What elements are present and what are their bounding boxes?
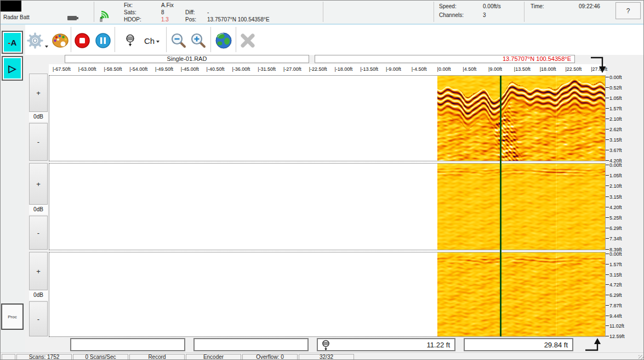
ruler-tick: |18.00ft xyxy=(540,66,556,72)
toolbar-divider xyxy=(236,27,236,52)
ruler-tick: |-45.00ft xyxy=(181,66,199,72)
ruler-tick: |0.00ft xyxy=(437,66,451,72)
channel-3-depth-tick: 4.72ft xyxy=(606,282,622,288)
hdop-value: 1.3 xyxy=(161,16,169,22)
channel-3-depth-tick: 9.44ft xyxy=(606,313,622,319)
globe-button[interactable] xyxy=(214,31,233,52)
distance-ruler: |-67.50ft|-63.00ft|-58.50ft|-54.00ft|-49… xyxy=(49,66,606,75)
gpr-radar-app-window: Radar Batt Fix: A.Fix Sats: 8 HDOP: 1.3 … xyxy=(0,0,644,360)
settings-gear-button[interactable] xyxy=(25,31,49,52)
channel-select-button[interactable]: Ch xyxy=(140,31,164,50)
channel-2-depth-tick: 3.15ft xyxy=(606,194,622,200)
time-value: 09:22:46 xyxy=(579,3,600,9)
pos-value: 13.75707°N 100.54358°E xyxy=(207,16,270,22)
zoom-out-icon xyxy=(170,32,187,49)
antenna-marker-icon xyxy=(321,340,330,351)
ruler-tick: |13.50ft xyxy=(514,66,531,72)
channel-1-gain-plus-button[interactable]: + xyxy=(29,74,48,112)
ruler-tick: |-40.50ft xyxy=(207,66,225,72)
status-cell: Record xyxy=(129,354,185,360)
channel-2-depth-tick: 6.29ft xyxy=(606,226,622,231)
channel-3-gain-plus-button[interactable]: + xyxy=(29,252,48,290)
channel-select-label: Ch xyxy=(144,36,155,46)
sats-label: Sats: xyxy=(124,9,136,15)
proc-button[interactable]: Proc xyxy=(1,303,24,330)
ruler-tick: |9.00ft xyxy=(488,66,502,72)
stop-button[interactable] xyxy=(73,31,92,52)
channel-2-depth-tick: 4.20ft xyxy=(606,205,622,210)
divider xyxy=(524,2,525,22)
status-cell: 0 Scans/Sec xyxy=(73,354,128,360)
auto-gain-letter: A xyxy=(11,38,17,47)
channel-1-depth-tick: 2.10ft xyxy=(606,116,622,122)
ruler-tick: |-18.00ft xyxy=(334,66,352,72)
antenna-marker-icon xyxy=(125,34,135,47)
channel-2-radargram[interactable] xyxy=(437,164,605,250)
channel-1-depth-tick: 0.00ft xyxy=(606,75,622,80)
corner-arrow-down-icon xyxy=(589,55,608,75)
ruler-tick: |-31.50ft xyxy=(258,66,276,72)
toolbar-divider xyxy=(115,27,115,52)
channel-2-gain-plus-button[interactable]: + xyxy=(29,163,48,205)
pause-button[interactable] xyxy=(94,31,112,52)
dropdown-caret-icon xyxy=(156,41,159,43)
color-palette-button[interactable] xyxy=(51,31,70,52)
pos-label: Pos: xyxy=(185,16,196,22)
top-info-bar: Radar Batt Fix: A.Fix Sats: 8 HDOP: 1.3 … xyxy=(1,1,644,25)
channel-1-radargram[interactable] xyxy=(437,76,605,161)
channels-label: Channels: xyxy=(439,12,464,18)
status-cell: Overflow: 0 xyxy=(242,354,298,360)
zoom-out-button[interactable] xyxy=(169,31,188,52)
channel-2-depth-tick: 2.10ft xyxy=(606,183,622,189)
channel-3-depth-tick: 12.59ft xyxy=(606,334,625,339)
auto-gain-button[interactable]: -A xyxy=(2,31,23,54)
speed-value: 0.00ft/s xyxy=(483,3,501,9)
status-cell: Scans: 1752 xyxy=(16,354,72,360)
status-cell: Encoder xyxy=(186,354,241,360)
ruler-tick: |-49.50ft xyxy=(155,66,173,72)
battery-icon xyxy=(67,16,77,20)
channel-3-depth-tick: 11.02ft xyxy=(606,323,624,329)
channel-1-gain-minus-button[interactable]: - xyxy=(29,123,48,161)
channel-2-gain-minus-button[interactable]: - xyxy=(29,216,48,250)
channels-value: 3 xyxy=(483,12,486,18)
ruler-tick: |4.50ft xyxy=(463,66,476,72)
zoom-in-button[interactable] xyxy=(189,31,208,52)
antenna-marker-button[interactable] xyxy=(123,31,136,52)
corner-arrow-up-icon xyxy=(584,337,603,352)
close-button-disabled[interactable] xyxy=(238,31,258,52)
fix-value: A.Fix xyxy=(161,2,174,8)
toolbar-divider xyxy=(166,27,167,52)
diff-label: Diff: xyxy=(185,9,195,15)
globe-icon xyxy=(215,32,232,49)
divider xyxy=(434,2,434,22)
readout-box-empty-2 xyxy=(193,338,309,351)
channel-3-depth-tick: 1.57ft xyxy=(606,262,622,267)
status-cell: 32/32 xyxy=(299,354,354,360)
hdop-label: HDOP: xyxy=(124,16,141,22)
ruler-tick: |22.50ft xyxy=(565,66,582,72)
ruler-tick: |-13.50ft xyxy=(360,66,378,72)
toolbar-divider xyxy=(71,27,71,52)
status-cell xyxy=(2,354,15,360)
play-button[interactable]: ▷ xyxy=(2,56,23,81)
channel-2-gain-label: 0dB xyxy=(29,205,48,215)
stop-icon xyxy=(74,32,90,49)
diff-value: - xyxy=(207,9,209,15)
gear-icon xyxy=(27,32,43,49)
help-button[interactable]: ? xyxy=(615,2,641,19)
speed-label: Speed: xyxy=(439,3,457,9)
time-label: Time: xyxy=(531,3,544,9)
scan-position-cursor[interactable] xyxy=(500,76,501,336)
channel-3-depth-tick: 0.00ft xyxy=(606,251,622,257)
zoom-in-icon xyxy=(190,32,207,49)
channel-3-gain-minus-button[interactable]: - xyxy=(29,301,48,336)
channel-1-depth-tick: 3.15ft xyxy=(606,137,622,143)
fix-label: Fix: xyxy=(124,2,133,8)
resize-grip-icon[interactable] xyxy=(639,355,643,360)
ruler-tick: |-63.00ft xyxy=(78,66,96,72)
cursor-distance-value: 11.22 ft xyxy=(427,341,450,349)
main-toolbar xyxy=(25,24,644,55)
ruler-tick: |-22.50ft xyxy=(309,66,327,72)
channel-3-radargram[interactable] xyxy=(437,252,605,336)
